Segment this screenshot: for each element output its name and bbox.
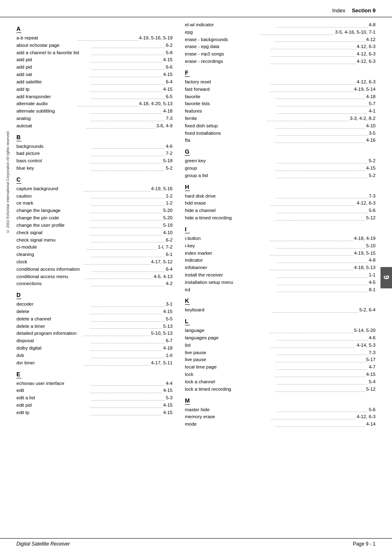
entry-page: 4-6 xyxy=(166,143,173,150)
entry-dots xyxy=(90,222,162,228)
entry-dots xyxy=(90,86,162,92)
index-entry: features4-1 xyxy=(185,108,376,115)
index-entry: echonav user interface4-4 xyxy=(16,380,173,387)
index-entry: change the pin code5-20 xyxy=(16,214,173,222)
index-entry: i-key5-10 xyxy=(185,242,376,250)
entry-dots xyxy=(277,130,368,136)
entry-term: i-key xyxy=(185,242,274,250)
index-entry: add tp4-15 xyxy=(16,86,173,93)
entry-dots xyxy=(275,36,365,42)
entry-term: green key xyxy=(185,157,276,165)
entry-page: 4-15 xyxy=(163,86,173,93)
entry-page: 1-1 xyxy=(369,272,376,279)
section-letter-m: M xyxy=(185,397,190,405)
entry-term: add pid xyxy=(16,64,90,71)
entry-dots xyxy=(91,394,165,401)
entry-page: 5-12 xyxy=(366,214,376,222)
entry-term: check signal menu xyxy=(16,237,90,244)
entry-page: 4-15 xyxy=(163,402,173,409)
entry-page: 5-3 xyxy=(166,394,173,402)
entry-dots xyxy=(277,21,368,28)
entry-page: 5-12 xyxy=(366,386,376,393)
entry-term: fixed dish setup xyxy=(185,122,274,130)
index-entry: dolby digital4-18 xyxy=(16,345,173,352)
entry-page: 4-4 xyxy=(166,380,173,387)
entry-page: 6-7 xyxy=(166,337,173,345)
entry-term: edit tp xyxy=(16,409,89,417)
entry-page: 4-8 xyxy=(369,21,376,29)
entry-term: hdd erase xyxy=(185,200,270,207)
right-column: el-wl indicator4-8epg3-5, 4-16, 5-10, 7-… xyxy=(185,21,376,428)
entry-page: 4-15 xyxy=(163,56,173,64)
entry-dots xyxy=(277,406,368,412)
entry-term: dvb xyxy=(16,352,90,359)
entry-dots xyxy=(91,42,165,48)
entry-dots xyxy=(277,207,368,213)
entry-term: backgrounds xyxy=(16,143,90,150)
entry-dots xyxy=(91,301,165,307)
page-header: Index Section 9 xyxy=(0,0,392,17)
entry-term: bad picture xyxy=(16,150,90,157)
entry-term: bass control xyxy=(16,157,89,165)
entry-dots xyxy=(78,100,138,106)
entry-page: 7-2 xyxy=(166,150,173,157)
entry-page: 4-12, 6-3 xyxy=(357,58,376,65)
entry-term: dvr timer xyxy=(16,359,83,367)
entry-page: 5-13 xyxy=(163,323,173,330)
entry-term: echonav user interface xyxy=(16,380,90,387)
entry-page: 4-12, 6-3 xyxy=(357,413,376,421)
entry-page: 5-14, 5-20 xyxy=(354,327,376,334)
entry-page: 4-14, 5-3 xyxy=(357,342,376,349)
index-entry: ferrite3-3, 4-2, 8-2 xyxy=(185,115,376,122)
entry-term: infobanner xyxy=(185,264,269,272)
entry-page: 5-6 xyxy=(369,406,376,414)
entry-dots xyxy=(91,193,165,199)
entry-dots xyxy=(275,122,365,129)
index-entry: memory erase4-12, 6-3 xyxy=(185,413,376,421)
index-entry: favorite lists5-7 xyxy=(185,100,376,108)
index-entry: erase - epg data4-12, 6-3 xyxy=(185,43,376,51)
entry-dots xyxy=(86,122,155,129)
entry-dots xyxy=(90,345,162,351)
index-entry: ci-module1-l, 7-2 xyxy=(16,244,173,251)
entry-page: 1-2 xyxy=(166,200,173,207)
entry-dots xyxy=(275,137,365,143)
entry-dots xyxy=(277,172,368,178)
entry-dots xyxy=(91,165,165,171)
entry-dots xyxy=(91,315,165,322)
index-entry: indicator4-8 xyxy=(185,257,376,264)
entry-term: add satellite xyxy=(16,78,90,86)
entry-page: 5-2 xyxy=(369,157,376,165)
entry-term: add a channel to a favorite list xyxy=(16,49,90,57)
main-content: Aa-b repeat4-19, 5-16, 5-19about echosta… xyxy=(0,21,392,436)
entry-term: dolby digital xyxy=(16,345,89,352)
entry-page: 4-18, 5-13 xyxy=(354,264,376,272)
entry-page: 6-2 xyxy=(166,42,173,49)
index-entry: edit tp4-15 xyxy=(16,409,173,417)
entry-term: delete a channel xyxy=(16,315,90,323)
index-entry: about echostar page6-2 xyxy=(16,42,173,49)
index-entry: hdd erase4-12, 6-3 xyxy=(185,200,376,207)
entry-term: connections xyxy=(16,280,90,288)
entry-term: lock a channel xyxy=(185,378,276,386)
entry-dots xyxy=(90,207,162,213)
index-entry: mode4-14 xyxy=(185,421,376,428)
entry-page: 4-12, 6-3 xyxy=(357,43,376,51)
entry-term: live pause xyxy=(185,356,274,364)
entry-page: 5-6 xyxy=(369,207,376,214)
entry-dots xyxy=(90,409,162,415)
entry-dots xyxy=(272,306,358,313)
entry-term: a-b repeat xyxy=(16,35,77,42)
index-entry: alternate subtitling4-18 xyxy=(16,108,173,115)
entry-dots xyxy=(91,251,165,257)
entry-dots xyxy=(270,264,353,270)
index-entry: add transponder6-5 xyxy=(16,93,173,101)
entry-dots xyxy=(91,93,165,99)
entry-term: erase - recordings xyxy=(185,58,270,65)
section-letter-f: F xyxy=(185,69,190,77)
index-entry: delete a timer5-13 xyxy=(16,323,173,330)
index-entry: connections4-2 xyxy=(16,280,173,288)
index-entry: group4-15 xyxy=(185,165,376,172)
entry-page: 5-19 xyxy=(163,222,173,229)
entry-dots xyxy=(90,71,162,77)
